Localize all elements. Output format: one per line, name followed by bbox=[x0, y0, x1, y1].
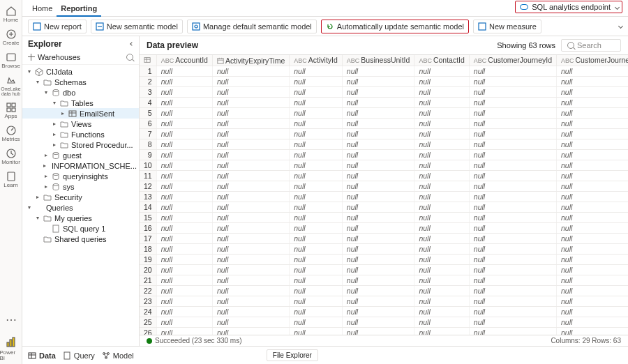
tree-storedproc[interactable]: ▸Stored Procedur... bbox=[22, 139, 139, 150]
collapse-explorer[interactable] bbox=[130, 42, 134, 46]
nav-more[interactable]: ⋯ bbox=[6, 314, 17, 326]
svg-rect-16 bbox=[479, 23, 486, 30]
table-row[interactable]: 8nullnullnullnullnullnullnull bbox=[140, 139, 628, 150]
column-header[interactable]: ActivityExpiryTime bbox=[212, 55, 289, 66]
tab-reporting[interactable]: Reporting bbox=[57, 0, 101, 17]
nav-apps[interactable]: Apps bbox=[0, 99, 22, 122]
tree-tables[interactable]: ▾Tables bbox=[22, 98, 139, 108]
table-row[interactable]: 9nullnullnullnullnullnullnull bbox=[140, 150, 628, 160]
table-row[interactable]: 13nullnullnullnullnullnullnull bbox=[140, 192, 628, 202]
table-row[interactable]: 11nullnullnullnullnullnullnull bbox=[140, 171, 628, 181]
nav-onelake[interactable]: OneLake data hub bbox=[0, 72, 22, 99]
table-row[interactable]: 25nullnullnullnullnullnullnull bbox=[140, 317, 628, 328]
tree-dbo[interactable]: ▾dbo bbox=[22, 87, 139, 98]
table-row[interactable]: 4nullnullnullnullnullnullnull bbox=[140, 98, 628, 108]
column-header[interactable]: ABCCustomerJourneyId bbox=[469, 55, 556, 66]
column-header[interactable]: ABCBusinessUnitId bbox=[342, 55, 414, 66]
tree-queryinsights[interactable]: ▸queryinsights bbox=[22, 171, 139, 181]
data-grid[interactable]: ABCAccountIdActivityExpiryTimeABCActivit… bbox=[140, 55, 628, 335]
explorer-panel: Explorer Warehouses ▾CIJdata ▾Schemas ▾d… bbox=[22, 36, 140, 346]
svg-rect-10 bbox=[10, 340, 12, 347]
tab-home[interactable]: Home bbox=[28, 0, 57, 17]
column-header[interactable]: ABCContactId bbox=[414, 55, 469, 66]
table-row[interactable]: 1nullnullnullnullnullnullnull bbox=[140, 66, 628, 77]
explorer-tree: ▾CIJdata ▾Schemas ▾dbo ▾Tables ▸EmailSen… bbox=[22, 65, 139, 346]
svg-rect-26 bbox=[29, 353, 36, 358]
file-explorer-button[interactable]: File Explorer bbox=[267, 349, 318, 361]
nav-home[interactable]: Home bbox=[0, 3, 22, 26]
tree-cijdata[interactable]: ▾CIJdata bbox=[22, 66, 139, 77]
svg-rect-4 bbox=[7, 108, 10, 112]
manage-default-button[interactable]: Manage default semantic model bbox=[187, 20, 317, 33]
tree-functions[interactable]: ▸Functions bbox=[22, 129, 139, 139]
table-row[interactable]: 15nullnullnullnullnullnullnull bbox=[140, 213, 628, 223]
search-input[interactable]: Search bbox=[561, 39, 621, 52]
nav-powerbi[interactable]: Power BI bbox=[0, 331, 22, 364]
status-text: Succeeded (23 sec 330 ms) bbox=[155, 337, 242, 344]
column-header[interactable]: ABCActivityId bbox=[290, 55, 343, 66]
svg-point-17 bbox=[53, 89, 59, 91]
footer-tab-model[interactable]: Model bbox=[102, 351, 134, 360]
tree-guest[interactable]: ▸guest bbox=[22, 150, 139, 160]
svg-rect-9 bbox=[7, 342, 9, 347]
nav-create[interactable]: Create bbox=[0, 26, 22, 49]
new-measure-button[interactable]: New measure bbox=[473, 20, 541, 33]
table-row[interactable]: 24nullnullnullnullnullnullnull bbox=[140, 307, 628, 317]
table-row[interactable]: 12nullnullnullnullnullnullnull bbox=[140, 181, 628, 192]
explorer-title: Explorer bbox=[28, 39, 62, 49]
table-row[interactable]: 2nullnullnullnullnullnullnull bbox=[140, 77, 628, 87]
top-tabs: Home Reporting SQL analytics endpoint bbox=[22, 0, 628, 17]
table-row[interactable]: 19nullnullnullnullnullnullnull bbox=[140, 255, 628, 265]
search-icon[interactable] bbox=[126, 54, 133, 61]
footer-tab-query[interactable]: Query bbox=[63, 351, 95, 360]
row-number-header bbox=[140, 55, 156, 66]
table-row[interactable]: 7nullnullnullnullnullnullnull bbox=[140, 129, 628, 139]
table-row[interactable]: 17nullnullnullnullnullnullnull bbox=[140, 234, 628, 244]
tree-schemas[interactable]: ▾Schemas bbox=[22, 77, 139, 87]
column-header[interactable]: ABCAccountId bbox=[156, 55, 212, 66]
rows-label: Showing 63 rows bbox=[497, 41, 555, 50]
new-report-button[interactable]: New report bbox=[28, 20, 87, 33]
tree-myqueries[interactable]: ▾My queries bbox=[22, 213, 139, 223]
svg-rect-12 bbox=[33, 23, 40, 30]
nav-learn[interactable]: Learn bbox=[0, 168, 22, 191]
toolbar-more[interactable] bbox=[618, 24, 623, 29]
table-row[interactable]: 14nullnullnullnullnullnullnull bbox=[140, 202, 628, 213]
tree-emailsent[interactable]: ▸EmailSent bbox=[22, 108, 139, 119]
table-row[interactable]: 21nullnullnullnullnullnullnull bbox=[140, 275, 628, 286]
svg-rect-24 bbox=[144, 57, 150, 62]
tree-security[interactable]: ▸Security bbox=[22, 192, 139, 202]
table-row[interactable]: 16nullnullnullnullnullnullnull bbox=[140, 223, 628, 234]
svg-point-21 bbox=[53, 173, 59, 175]
table-row[interactable]: 5nullnullnullnullnullnullnull bbox=[140, 108, 628, 119]
table-row[interactable]: 26nullnullnullnullnullnullnull bbox=[140, 328, 628, 335]
nav-monitor[interactable]: Monitor bbox=[0, 145, 22, 168]
table-row[interactable]: 3nullnullnullnullnullnullnull bbox=[140, 87, 628, 98]
nav-metrics[interactable]: Metrics bbox=[0, 122, 22, 145]
chevron-down-icon bbox=[615, 4, 620, 9]
table-row[interactable]: 18nullnullnullnullnullnullnull bbox=[140, 244, 628, 255]
column-header[interactable]: ABCCustomerJourney bbox=[556, 55, 628, 66]
tree-views[interactable]: ▸Views bbox=[22, 119, 139, 129]
svg-rect-25 bbox=[218, 58, 223, 63]
table-row[interactable]: 10nullnullnullnullnullnullnull bbox=[140, 160, 628, 171]
table-row[interactable]: 6nullnullnullnullnullnullnull bbox=[140, 119, 628, 129]
table-row[interactable]: 20nullnullnullnullnullnullnull bbox=[140, 265, 628, 275]
auto-update-button[interactable]: Automatically update semantic model bbox=[321, 20, 469, 33]
plus-icon bbox=[28, 54, 35, 61]
tree-sys[interactable]: ▸sys bbox=[22, 181, 139, 192]
table-row[interactable]: 23nullnullnullnullnullnullnull bbox=[140, 296, 628, 307]
table-row[interactable]: 22nullnullnullnullnullnullnull bbox=[140, 286, 628, 296]
success-icon bbox=[147, 338, 152, 344]
endpoint-dropdown[interactable]: SQL analytics endpoint bbox=[515, 1, 622, 13]
footer-tab-data[interactable]: Data bbox=[28, 351, 56, 360]
new-semantic-model-button[interactable]: New semantic model bbox=[91, 20, 183, 33]
preview-title: Data preview bbox=[147, 40, 198, 50]
nav-browse[interactable]: Browse bbox=[0, 49, 22, 72]
tree-sharedqueries[interactable]: Shared queries bbox=[22, 234, 139, 244]
tree-infoschema[interactable]: ▸INFORMATION_SCHE... bbox=[22, 160, 139, 171]
tree-sqlquery1[interactable]: SQL query 1 bbox=[22, 223, 139, 234]
tree-queries[interactable]: ▾Queries bbox=[22, 202, 139, 213]
warehouses-label: Warehouses bbox=[38, 53, 80, 61]
svg-rect-14 bbox=[193, 23, 200, 30]
